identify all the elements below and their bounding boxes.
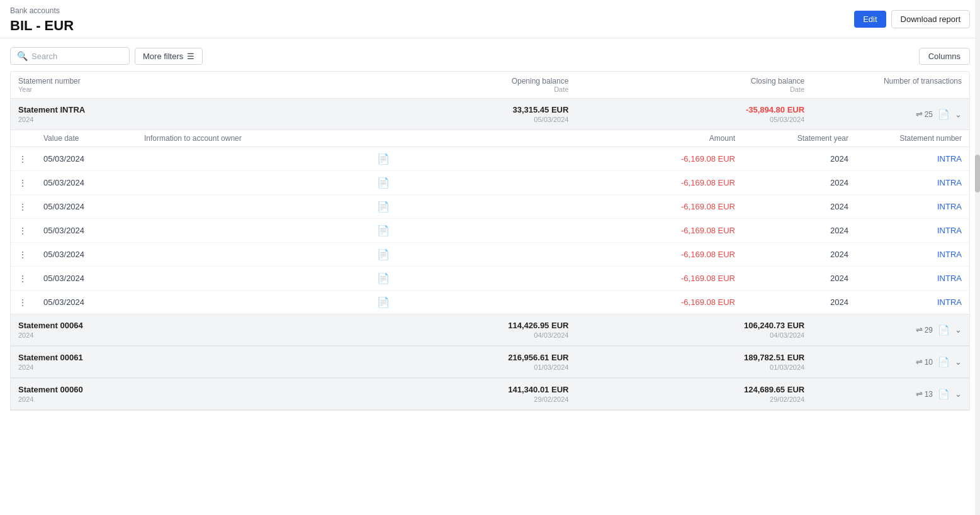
statement-year: 2024 (18, 331, 333, 339)
breadcrumb: Bank accounts (10, 6, 74, 15)
search-icon: 🔍 (17, 51, 28, 61)
statement-opening-balance: 216,956.61 EUR (508, 353, 568, 362)
chevron-icon[interactable]: ⌃ (955, 109, 962, 119)
tx-menu-icon[interactable]: ⋮ (18, 250, 43, 260)
download-report-button[interactable]: Download report (891, 10, 970, 28)
statement-closing-date: 05/03/2024 (770, 116, 804, 123)
statement-name: Statement 00061 (18, 353, 333, 362)
chevron-icon[interactable]: ⌄ (955, 325, 962, 335)
tx-date: 05/03/2024 (43, 297, 144, 307)
search-wrapper: 🔍 (10, 47, 130, 65)
statement-year: 2024 (18, 396, 333, 403)
tx-info-col: 📄 (144, 272, 622, 284)
tx-amount: -6,169.08 EUR (622, 274, 735, 283)
tx-date: 05/03/2024 (43, 250, 144, 259)
tx-file-icon: 📄 (377, 272, 390, 284)
chevron-icon[interactable]: ⌄ (955, 389, 962, 399)
col-header-closing-date-label: Date (790, 86, 804, 93)
tx-year: 2024 (735, 250, 848, 259)
statements-list: Statement INTRA 2024 33,315.45 EUR 05/03… (10, 99, 970, 411)
table-container: Statement number Year Opening balance Da… (0, 71, 980, 411)
statement-closing-date: 04/03/2024 (770, 331, 804, 339)
page-title: BIL - EUR (10, 18, 74, 34)
statement-name-col: Statement INTRA 2024 (18, 105, 333, 123)
statement-name-col: Statement 00060 2024 (18, 385, 333, 403)
transaction-row: ⋮ 05/03/2024 📄 -6,169.08 EUR 2024 INTRA (11, 219, 969, 243)
col-header-closing: Closing balance Date (568, 77, 804, 93)
file-download-icon[interactable]: 📄 (938, 324, 950, 336)
tx-amount: -6,169.08 EUR (622, 297, 735, 307)
tx-date: 05/03/2024 (43, 154, 144, 163)
statement-row[interactable]: Statement 00061 2024 216,956.61 EUR 01/0… (11, 346, 969, 378)
tx-year: 2024 (735, 202, 848, 211)
title-section: Bank accounts BIL - EUR (10, 6, 74, 34)
statement-opening-balance: 33,315.45 EUR (513, 105, 569, 114)
statement-row[interactable]: Statement 00064 2024 114,426.95 EUR 04/0… (11, 314, 969, 346)
exchange-icon: ⇌ (916, 389, 923, 399)
statement-actions: ⇌ 25 📄 ⌃ (804, 109, 962, 120)
sub-col-stmt-year: Statement year (735, 134, 848, 143)
tx-stmt-num: INTRA (848, 250, 962, 259)
tx-count-value: 29 (925, 326, 933, 335)
search-input[interactable] (31, 52, 123, 61)
statement-name: Statement INTRA (18, 105, 333, 114)
col-header-closing-label: Closing balance (751, 77, 804, 86)
statement-name: Statement 00064 (18, 321, 333, 330)
columns-button[interactable]: Columns (919, 48, 970, 65)
tx-year: 2024 (735, 154, 848, 163)
file-download-icon[interactable]: 📄 (938, 357, 950, 368)
scrollbar-track[interactable] (975, 0, 980, 411)
tx-menu-icon[interactable]: ⋮ (18, 297, 43, 307)
statement-closing-col: 189,782.51 EUR 01/03/2024 (568, 353, 804, 371)
tx-menu-icon[interactable]: ⋮ (18, 178, 43, 188)
tx-count-value: 10 (925, 358, 933, 367)
tx-year: 2024 (735, 178, 848, 187)
statement-name: Statement 00060 (18, 385, 333, 394)
tx-date: 05/03/2024 (43, 202, 144, 211)
statement-closing-col: 124,689.65 EUR 29/02/2024 (568, 385, 804, 403)
scrollbar-thumb[interactable] (975, 155, 980, 192)
tx-stmt-num: INTRA (848, 202, 962, 211)
statement-closing-col: -35,894.80 EUR 05/03/2024 (568, 105, 804, 123)
tx-date: 05/03/2024 (43, 274, 144, 283)
tx-count: ⇌ 25 (916, 109, 933, 119)
col-header-opening: Opening balance Date (333, 77, 569, 93)
edit-button[interactable]: Edit (854, 11, 886, 28)
statement-closing-col: 106,240.73 EUR 04/03/2024 (568, 321, 804, 339)
tx-menu-icon[interactable]: ⋮ (18, 274, 43, 284)
filter-icon: ☰ (187, 52, 194, 61)
statement-name-col: Statement 00061 2024 (18, 353, 333, 371)
tx-menu-icon[interactable]: ⋮ (18, 202, 43, 212)
statement-opening-balance: 141,340.01 EUR (508, 385, 568, 394)
col-header-opening-label: Opening balance (512, 77, 569, 86)
file-download-icon[interactable]: 📄 (938, 389, 950, 400)
tx-file-icon: 📄 (377, 296, 390, 308)
tx-year: 2024 (735, 297, 848, 307)
statement-row[interactable]: Statement INTRA 2024 33,315.45 EUR 05/03… (11, 99, 969, 130)
tx-count: ⇌ 13 (916, 389, 933, 399)
tx-file-icon: 📄 (377, 224, 390, 236)
filters-left: 🔍 More filters ☰ (10, 47, 203, 65)
statement-row[interactable]: Statement 00060 2024 141,340.01 EUR 29/0… (11, 379, 969, 410)
transaction-row: ⋮ 05/03/2024 📄 -6,169.08 EUR 2024 INTRA (11, 195, 969, 219)
tx-stmt-num: INTRA (848, 274, 962, 283)
table-header: Statement number Year Opening balance Da… (10, 71, 970, 99)
statement-opening-date: 01/03/2024 (534, 363, 568, 371)
tx-info-col: 📄 (144, 153, 622, 165)
more-filters-button[interactable]: More filters ☰ (135, 48, 203, 65)
chevron-icon[interactable]: ⌄ (955, 357, 962, 367)
tx-menu-icon[interactable]: ⋮ (18, 226, 43, 236)
statement-opening-col: 33,315.45 EUR 05/03/2024 (333, 105, 569, 123)
tx-year: 2024 (735, 226, 848, 235)
sub-col-amount: Amount (622, 134, 735, 143)
statement-closing-date: 01/03/2024 (770, 363, 804, 371)
statement-name-col: Statement 00064 2024 (18, 321, 333, 339)
statement-closing-balance: 189,782.51 EUR (744, 353, 804, 362)
tx-file-icon: 📄 (377, 153, 390, 165)
tx-info-col: 📄 (144, 177, 622, 189)
file-download-icon[interactable]: 📄 (938, 109, 950, 120)
tx-menu-icon[interactable]: ⋮ (18, 154, 43, 164)
col-header-opening-date-label: Date (554, 86, 568, 93)
statement-opening-date: 29/02/2024 (534, 396, 568, 403)
statement-group: Statement 00060 2024 141,340.01 EUR 29/0… (10, 379, 970, 411)
